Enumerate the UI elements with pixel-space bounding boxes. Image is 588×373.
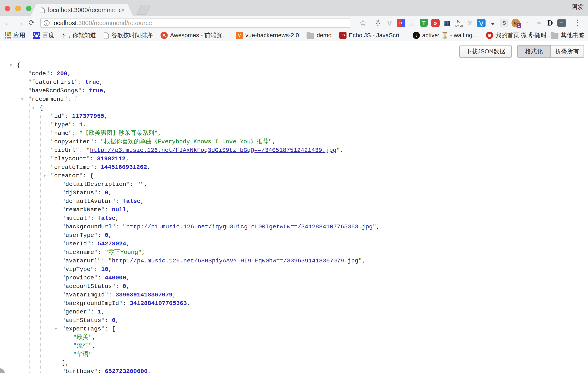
vue-devtools-extension-icon[interactable]: V xyxy=(385,19,394,27)
json-url-link[interactable]: http://p1.music.126.net/iqygU3Uicg_cL00I… xyxy=(126,224,372,230)
json-bracket: ] xyxy=(62,360,65,366)
json-line: "createTime": 1445160931262, xyxy=(0,163,588,172)
bird-extension-icon[interactable]: ❧ xyxy=(535,19,543,27)
forward-icon[interactable]: → xyxy=(15,16,24,30)
back-icon[interactable]: ← xyxy=(3,16,12,30)
indent-guide xyxy=(18,70,18,373)
json-key: playcount xyxy=(54,155,86,162)
collapse-toggle-icon[interactable]: ▼ xyxy=(55,325,57,333)
bookmark-baidu[interactable]: 百度一下，你就知道 xyxy=(33,31,96,39)
bookmark-star-icon[interactable]: ☆ xyxy=(357,16,368,30)
json-literal-value: 31982112 xyxy=(97,155,126,162)
json-line: ▼"recommend": [ xyxy=(0,95,588,104)
bookmark-echo-js[interactable]: JSEcho JS - JavaScri… xyxy=(339,32,405,39)
json-line: "copywriter": "根据你喜欢的单曲《Everybody Knows … xyxy=(0,138,588,146)
json-url-link[interactable]: http://p4.music.126.net/68HSpiyAAVY-HI9-… xyxy=(112,257,358,264)
download-json-button[interactable]: 下载JSON数据 xyxy=(459,45,512,58)
green-shield-extension-icon[interactable]: T xyxy=(420,19,428,27)
collapse-all-button[interactable]: 折叠所有 xyxy=(551,45,584,58)
json-key: code xyxy=(32,70,46,77)
json-literal-value: false xyxy=(123,198,140,204)
qrcode-extension-icon[interactable]: ▦ xyxy=(443,19,451,27)
bookmark-demo-folder-label: demo xyxy=(316,32,331,39)
browser-profile-name[interactable]: 阿发 xyxy=(571,3,584,11)
json-key: expertTags xyxy=(65,326,101,332)
json-key: nickname xyxy=(65,249,94,256)
translate-extension-icon[interactable]: 英en xyxy=(374,19,382,27)
bookmark-baidu-label: 百度一下，你就知道 xyxy=(42,31,96,39)
mask-extension-icon-glyph: ◒ xyxy=(491,20,495,26)
minimize-window-button[interactable] xyxy=(15,6,21,11)
json-literal-value: true xyxy=(89,87,103,94)
bookmark-vue-hackernews-icon: V xyxy=(236,32,243,39)
json-line: "code": 200, xyxy=(0,70,588,78)
indent-guide xyxy=(40,112,41,373)
d-extension-icon[interactable]: D xyxy=(546,19,554,27)
address-bar[interactable]: i localhost:3000/recommend/resource xyxy=(40,18,350,28)
reload-icon[interactable]: ⟳ xyxy=(27,16,36,30)
close-window-button[interactable] xyxy=(5,6,10,11)
json-line: "province": 440000, xyxy=(0,274,588,282)
blue-v-extension-icon[interactable]: ⋁ xyxy=(477,19,485,27)
window-titlebar: localhost:3000/recommend/re × 阿发 xyxy=(0,0,588,16)
s-extension-icon[interactable]: S xyxy=(500,19,508,27)
bookmark-active-icon: ↓ xyxy=(413,32,420,39)
mask-extension-icon[interactable]: ◒ xyxy=(489,19,497,27)
tampermonkey-extension-icon[interactable]: ω1 xyxy=(512,19,520,27)
bookmarks-overflow-icon[interactable]: » xyxy=(542,32,545,39)
json-key: backgroundImgId xyxy=(65,300,119,307)
bookmark-vue-hackernews[interactable]: Vvue-hackernews-2.0 xyxy=(236,32,299,39)
bookmark-google-sort-label: 谷歌按时间排序 xyxy=(111,31,153,39)
json-literal-value: 10 xyxy=(101,266,108,273)
json-key: id xyxy=(54,113,62,119)
html5-player-extension-icon[interactable]: 5PLAYER xyxy=(454,19,462,27)
json-string-value: "华语" xyxy=(73,351,92,358)
sitemap-extension-icon-glyph: 品 xyxy=(409,20,416,26)
other-bookmarks-folder[interactable]: 其他书签 xyxy=(551,31,585,39)
tab-close-icon[interactable]: × xyxy=(121,7,125,13)
json-line: "authStatus": 0, xyxy=(0,316,588,325)
tab-title-fade xyxy=(108,4,118,16)
translate-extension-icon-glyph: 英 xyxy=(376,20,380,24)
paw-extension-icon[interactable]: ❋ xyxy=(466,19,474,27)
json-line: "featureFirst": true, xyxy=(0,78,588,86)
format-button[interactable]: 格式化 xyxy=(517,45,551,58)
json-string-value: "根据你喜欢的单曲《Everybody Knows I Love You》推荐" xyxy=(101,139,272,145)
json-line: "detailDescription": "", xyxy=(0,180,588,189)
json-key: userType xyxy=(65,232,94,239)
weibo-extension-icon[interactable]: ◔ xyxy=(523,19,531,27)
json-line: "name": "【欧美男团】秒杀耳朵系列", xyxy=(0,129,588,138)
fehelper-extension-icon[interactable]: FE xyxy=(397,19,405,27)
bookmark-awesomes[interactable]: AAwesomes - 前端资… xyxy=(160,31,228,39)
page-info-icon[interactable]: i xyxy=(44,20,50,26)
json-url-link[interactable]: http://p3.music.126.net/FJAxNkFoq3dGiS9t… xyxy=(90,147,336,154)
json-key: type xyxy=(54,121,68,128)
bookmark-google-sort[interactable]: 谷歌按时间排序 xyxy=(104,31,153,39)
browser-tab[interactable]: localhost:3000/recommend/re × xyxy=(31,4,133,16)
chrome-menu-icon[interactable]: ⋮ xyxy=(573,16,582,30)
sitemap-extension-icon[interactable]: 品 xyxy=(408,19,417,27)
collapse-toggle-icon[interactable]: ▼ xyxy=(32,104,34,112)
json-literal-value: true xyxy=(85,79,99,85)
bookmark-active[interactable]: ↓active: ⌛ - waiting… xyxy=(413,32,478,39)
bookmark-apps[interactable]: 应用 xyxy=(5,31,25,39)
s-extension-icon-glyph: S xyxy=(503,21,506,25)
collapse-toggle-icon[interactable]: ▼ xyxy=(21,95,23,104)
folder-icon xyxy=(551,33,558,39)
bookmark-demo-folder[interactable]: demo xyxy=(306,32,331,39)
collapse-toggle-icon[interactable]: ▼ xyxy=(43,172,46,180)
json-line: "vipType": 10, xyxy=(0,265,588,274)
json-line: "mutual": false, xyxy=(0,214,588,223)
fast-forward-extension-icon[interactable]: » xyxy=(431,19,440,27)
fehelper-extension-icon-glyph: FE xyxy=(399,21,403,25)
json-line: "userId": 54278024, xyxy=(0,240,588,248)
qrcode-extension-icon-glyph: ▦ xyxy=(443,19,450,27)
json-string-value: "【欧美男团】秒杀耳朵系列" xyxy=(79,130,158,137)
indent-guide xyxy=(52,180,52,373)
zoom-window-button[interactable] xyxy=(26,6,32,11)
password-card-extension-icon[interactable]: ••• xyxy=(557,19,566,27)
json-line: "defaultAvatar": false, xyxy=(0,197,588,206)
json-literal-value: 0 xyxy=(105,232,108,239)
collapse-toggle-icon[interactable]: ▼ xyxy=(10,61,12,70)
new-tab-button[interactable] xyxy=(136,5,151,15)
